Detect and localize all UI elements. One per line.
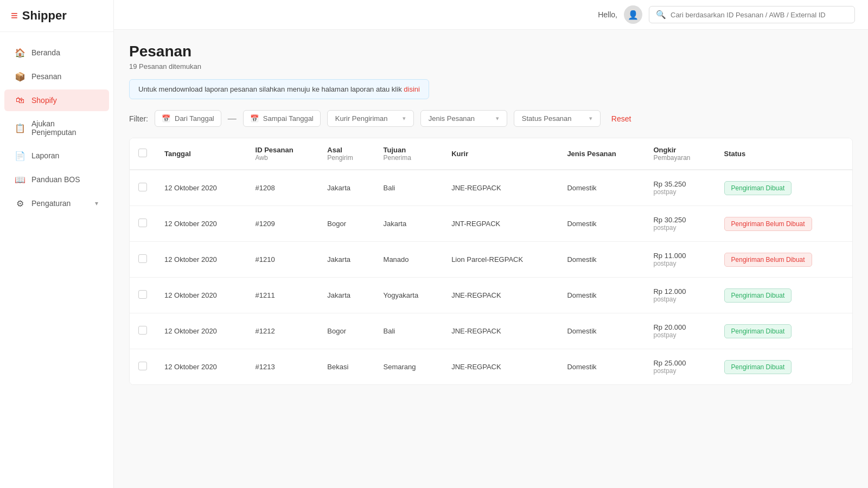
info-banner-link[interactable]: disini bbox=[404, 85, 420, 93]
row-checkbox-2[interactable] bbox=[138, 254, 147, 263]
row-checkbox-col bbox=[130, 206, 156, 242]
row-status: Pengiriman Dibuat bbox=[716, 349, 852, 385]
row-checkbox-col bbox=[130, 242, 156, 278]
row-tanggal: 12 Oktober 2020 bbox=[156, 349, 247, 385]
th-tanggal: Tanggal bbox=[156, 138, 247, 170]
row-status: Pengiriman Dibuat bbox=[716, 313, 852, 349]
row-tujuan: Jakarta bbox=[375, 206, 443, 242]
status-badge: Pengiriman Dibuat bbox=[724, 288, 792, 303]
orders-table: Tanggal ID Pesanan Awb Asal Pengirim Tuj… bbox=[130, 138, 852, 384]
filter-dash: — bbox=[228, 114, 237, 124]
filter-label: Filter: bbox=[129, 114, 148, 123]
row-status: Pengiriman Belum Dibuat bbox=[716, 242, 852, 278]
row-checkbox-col bbox=[130, 278, 156, 313]
select-all-checkbox[interactable] bbox=[138, 149, 147, 157]
row-asal: Bogor bbox=[318, 206, 374, 242]
row-tujuan: Bali bbox=[375, 170, 443, 206]
row-jenis: Domestik bbox=[558, 313, 644, 349]
row-checkbox-0[interactable] bbox=[138, 183, 147, 191]
sidebar-item-pesanan[interactable]: 📦 Pesanan bbox=[4, 66, 109, 87]
row-jenis: Domestik bbox=[558, 170, 644, 206]
shipper-logo-text: Shipper bbox=[22, 9, 67, 23]
row-asal: Bogor bbox=[318, 313, 374, 349]
nav-icon-beranda: 🏠 bbox=[15, 48, 25, 57]
calendar-icon-to: 📅 bbox=[250, 114, 259, 123]
filter-date-to[interactable]: 📅 Sampai Tanggal bbox=[243, 110, 321, 127]
row-kurir: JNT-REGPACK bbox=[443, 206, 558, 242]
nav-icon-laporan: 📄 bbox=[15, 151, 25, 160]
row-ongkir: Rp 20.000 postpay bbox=[644, 313, 715, 349]
calendar-icon: 📅 bbox=[162, 114, 170, 123]
row-id-pesanan: #1213 bbox=[247, 349, 319, 385]
row-checkbox-1[interactable] bbox=[138, 219, 147, 227]
th-ongkir: Ongkir Pembayaran bbox=[644, 138, 715, 170]
chevron-down-icon-2: ▾ bbox=[496, 115, 499, 122]
nav-icon-pesanan: 📦 bbox=[15, 72, 25, 81]
row-asal: Jakarta bbox=[318, 170, 374, 206]
filter-status[interactable]: Status Pesanan ▾ bbox=[514, 110, 601, 127]
user-avatar[interactable]: 👤 bbox=[624, 5, 642, 24]
row-jenis: Domestik bbox=[558, 242, 644, 278]
sidebar-item-laporan[interactable]: 📄 Laporan bbox=[4, 145, 109, 166]
row-checkbox-4[interactable] bbox=[138, 326, 147, 335]
orders-table-container: Tanggal ID Pesanan Awb Asal Pengirim Tuj… bbox=[129, 138, 853, 385]
search-input[interactable] bbox=[671, 11, 848, 19]
topbar: Hello, 👤 🔍 bbox=[114, 0, 868, 30]
row-status: Pengiriman Dibuat bbox=[716, 278, 852, 313]
row-id-pesanan: #1210 bbox=[247, 242, 319, 278]
filter-date-from[interactable]: 📅 Dari Tanggal bbox=[155, 110, 221, 127]
sidebar-item-ajukan-penjemputan[interactable]: 📋 Ajukan Penjemputan bbox=[4, 113, 109, 143]
th-kurir: Kurir bbox=[443, 138, 558, 170]
row-ongkir: Rp 25.000 postpay bbox=[644, 349, 715, 385]
shipper-logo-icon: ≡ bbox=[11, 9, 18, 23]
page-content: Pesanan 19 Pesanan ditemukan Untuk mendo… bbox=[114, 30, 868, 398]
th-status: Status bbox=[716, 138, 852, 170]
row-asal: Jakarta bbox=[318, 242, 374, 278]
search-bar-container: 🔍 bbox=[649, 6, 855, 23]
row-tanggal: 12 Oktober 2020 bbox=[156, 313, 247, 349]
nav-label-pengaturan: Pengaturan bbox=[31, 199, 88, 208]
kurir-label: Kurir Pengiriman bbox=[335, 114, 388, 123]
row-status: Pengiriman Belum Dibuat bbox=[716, 206, 852, 242]
row-ongkir: Rp 12.000 postpay bbox=[644, 278, 715, 313]
row-tujuan: Semarang bbox=[375, 349, 443, 385]
row-checkbox-col bbox=[130, 349, 156, 385]
row-tanggal: 12 Oktober 2020 bbox=[156, 278, 247, 313]
row-id-pesanan: #1209 bbox=[247, 206, 319, 242]
status-badge: Pengiriman Belum Dibuat bbox=[724, 217, 812, 231]
nav-label-shopify: Shopify bbox=[31, 96, 98, 105]
row-ongkir: Rp 11.000 postpay bbox=[644, 242, 715, 278]
row-checkbox-5[interactable] bbox=[138, 362, 147, 370]
chevron-down-icon-pengaturan: ▾ bbox=[95, 200, 98, 207]
th-id-pesanan: ID Pesanan Awb bbox=[247, 138, 319, 170]
row-jenis: Domestik bbox=[558, 349, 644, 385]
row-checkbox-3[interactable] bbox=[138, 290, 147, 299]
row-tujuan: Yogyakarta bbox=[375, 278, 443, 313]
page-title: Pesanan bbox=[129, 43, 853, 60]
reset-button[interactable]: Reset bbox=[607, 112, 636, 125]
table-row: 12 Oktober 2020 #1208 Jakarta Bali JNE-R… bbox=[130, 170, 852, 206]
row-jenis: Domestik bbox=[558, 206, 644, 242]
filter-jenis[interactable]: Jenis Pesanan ▾ bbox=[420, 110, 507, 127]
row-kurir: JNE-REGPACK bbox=[443, 349, 558, 385]
row-id-pesanan: #1208 bbox=[247, 170, 319, 206]
nav-label-beranda: Beranda bbox=[31, 48, 98, 57]
th-asal: Asal Pengirim bbox=[318, 138, 374, 170]
row-tanggal: 12 Oktober 2020 bbox=[156, 242, 247, 278]
nav-label-ajukan-penjemputan: Ajukan Penjemputan bbox=[31, 119, 98, 137]
sidebar-item-pengaturan[interactable]: ⚙ Pengaturan ▾ bbox=[4, 192, 109, 214]
row-ongkir: Rp 30.250 postpay bbox=[644, 206, 715, 242]
row-status: Pengiriman Dibuat bbox=[716, 170, 852, 206]
status-badge: Pengiriman Dibuat bbox=[724, 360, 792, 374]
main-content: Hello, 👤 🔍 Pesanan 19 Pesanan ditemukan … bbox=[114, 0, 868, 488]
sidebar-item-beranda[interactable]: 🏠 Beranda bbox=[4, 42, 109, 63]
sidebar-item-panduan-bos[interactable]: 📖 Panduan BOS bbox=[4, 169, 109, 190]
row-tanggal: 12 Oktober 2020 bbox=[156, 206, 247, 242]
table-row: 12 Oktober 2020 #1209 Bogor Jakarta JNT-… bbox=[130, 206, 852, 242]
row-asal: Jakarta bbox=[318, 278, 374, 313]
row-kurir: JNE-REGPACK bbox=[443, 313, 558, 349]
sidebar-item-shopify[interactable]: 🛍 Shopify bbox=[4, 89, 109, 111]
nav-label-pesanan: Pesanan bbox=[31, 72, 98, 81]
filter-kurir[interactable]: Kurir Pengiriman ▾ bbox=[327, 110, 414, 127]
chevron-down-icon-3: ▾ bbox=[589, 115, 592, 122]
